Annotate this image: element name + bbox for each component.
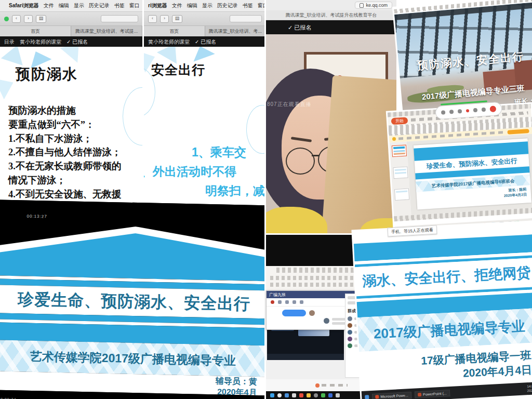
- live-watermark: 807正在观看直播: [267, 101, 312, 108]
- preview-taskbar: [267, 354, 344, 360]
- taskbar-icon[interactable]: [307, 393, 311, 397]
- decor-triangle: [60, 47, 88, 63]
- thumb-bar: [394, 153, 405, 155]
- lock-icon: [360, 3, 364, 8]
- decor-circle: [123, 87, 142, 145]
- avatar[interactable]: [324, 318, 329, 324]
- menu-item[interactable]: 编辑: [59, 2, 69, 9]
- menu-item[interactable]: 文件: [172, 2, 182, 9]
- footer-icon: [315, 383, 320, 388]
- taskbar-app[interactable]: PowerPoint (...: [415, 390, 450, 398]
- address-bar[interactable]: [230, 15, 262, 22]
- menu-item[interactable]: 书签: [114, 2, 125, 9]
- warning-action-button[interactable]: [507, 129, 529, 135]
- slide-thumbnail[interactable]: [393, 166, 408, 179]
- tab-home[interactable]: 首页: [0, 26, 71, 36]
- warning-icon: [392, 137, 396, 141]
- camera-icon[interactable]: [473, 108, 478, 113]
- panel-slide-cherish-life: 00:13:27 珍爱生命、预防溺水、安全出行 艺术传媒学院2017级广播电视编…: [0, 200, 274, 399]
- glasses-bridge: [312, 155, 319, 156]
- tab-bar-a: 首页 腾讯课堂_职业培训、考试提...: [0, 26, 142, 36]
- glasses-left-lens: [286, 148, 315, 175]
- menu-item[interactable]: 显示: [74, 2, 84, 9]
- start-icon[interactable]: [270, 393, 274, 397]
- course-title: 黄小玲老师的课堂: [148, 38, 190, 46]
- thumb-bar: [396, 191, 407, 193]
- avatar[interactable]: [309, 310, 315, 316]
- menu-item[interactable]: 历史记录: [89, 2, 110, 9]
- avatar: [348, 316, 352, 321]
- back-button[interactable]: ‹: [12, 15, 21, 23]
- enrolled-badge: ✓ 已报名: [288, 24, 311, 32]
- sidebar-icon[interactable]: ▤: [36, 15, 46, 23]
- video-timestamp: 00:13:27: [26, 214, 47, 219]
- enrolled-badge: ✓ 已报名: [195, 38, 216, 46]
- clock-date: 2020/4/4: [527, 388, 532, 392]
- slide-body: 1、乘车交 、外出活动时不得 明祭扫，减少: [144, 143, 266, 200]
- taskbar-icon[interactable]: [328, 393, 332, 397]
- menu-item[interactable]: 窗口: [129, 2, 140, 9]
- back-button[interactable]: ‹: [148, 15, 157, 23]
- taskbar-icon[interactable]: [277, 393, 282, 397]
- taskbar-icon[interactable]: [314, 393, 318, 397]
- slide-class-line: 2017级广播电视编导专业三班: [402, 82, 532, 104]
- tab-course[interactable]: 腾讯课堂_职业培训、考...: [205, 26, 267, 36]
- taskbar-icon[interactable]: [292, 393, 296, 397]
- menu-item[interactable]: 编辑: [187, 2, 197, 9]
- voice-call-icon[interactable]: [271, 300, 274, 304]
- menu-app-name[interactable]: ri浏览器: [148, 2, 167, 9]
- tab-bar-b: 首页 腾讯课堂_职业培训、考...: [144, 26, 266, 36]
- url-field[interactable]: ke.qq.com: [355, 2, 392, 9]
- ribbon-tab-start[interactable]: 开始: [391, 117, 408, 125]
- cursor-tool-icon[interactable]: [441, 110, 446, 115]
- taskbar-icon[interactable]: [299, 393, 303, 397]
- slide-thumbnail[interactable]: [392, 145, 407, 157]
- menu-item[interactable]: 显示: [202, 2, 212, 9]
- screen-icon[interactable]: [482, 108, 486, 112]
- taskbar-icon[interactable]: [285, 393, 289, 397]
- share-screen-icon[interactable]: [285, 300, 289, 304]
- pen-tool-icon[interactable]: [449, 110, 454, 114]
- webcam-photo: 807正在观看直播: [266, 34, 396, 238]
- decor-triangle: [189, 47, 215, 62]
- taskbar-icon[interactable]: [336, 393, 340, 397]
- traffic-light-icon[interactable]: [4, 17, 9, 21]
- avatar: [348, 343, 352, 348]
- taskbar-app[interactable]: Microsoft Powe...: [372, 391, 411, 399]
- taskbar-clock[interactable]: 14:06:13 2020/4/4: [527, 384, 532, 393]
- slide-thumbnail[interactable]: [394, 188, 409, 201]
- mic-icon[interactable]: [466, 109, 469, 112]
- site-title-bar: 腾讯课堂_职业培训、考试提升在线教育平台: [266, 10, 396, 20]
- nav-catalog[interactable]: 目录: [4, 38, 15, 46]
- panel-slide-no-loans: 溺水、安全出行、拒绝网贷 2017级广播电视编导专业 17级广播电视编导一班 2…: [353, 222, 532, 399]
- sidebar-icon[interactable]: ▤: [172, 15, 182, 23]
- menu-app-name[interactable]: Safari浏览器: [9, 2, 39, 9]
- menu-item[interactable]: 窗口: [258, 2, 266, 9]
- taskbar-icon[interactable]: [321, 393, 325, 397]
- file-icon[interactable]: [292, 300, 296, 304]
- more-icon[interactable]: [300, 300, 303, 304]
- forward-button[interactable]: ›: [160, 15, 169, 23]
- taskbar-icon[interactable]: [365, 395, 369, 399]
- address-bar[interactable]: [101, 15, 138, 22]
- tab-home[interactable]: 首页: [144, 26, 205, 36]
- settings-tool-icon[interactable]: [458, 109, 462, 114]
- chat-bubble: [282, 310, 306, 316]
- slide-title: 预防溺水: [16, 64, 78, 84]
- forward-button[interactable]: ›: [24, 15, 33, 23]
- menu-item[interactable]: 文件: [44, 2, 54, 9]
- thumb-bar: [393, 147, 405, 149]
- tab-course[interactable]: 腾讯课堂_职业培训、考试提...: [71, 26, 142, 36]
- collage-stage: Safari浏览器 文件 编辑 显示 历史记录 书签 窗口 帮助 ‹ › ▤ 首…: [0, 0, 532, 399]
- menu-item[interactable]: 书签: [243, 2, 253, 9]
- avatar: [348, 330, 352, 335]
- browser-toolbar-a: ‹ › ▤: [0, 12, 142, 26]
- video-call-icon[interactable]: [278, 300, 282, 304]
- thumb-bar: [393, 150, 405, 152]
- panel-webcam: ke.qq.com 腾讯课堂_职业培训、考试提升在线教育平台 ✓ 已报名: [266, 0, 396, 238]
- slide-title: 安全出行: [151, 61, 205, 78]
- chevron-banner: [0, 223, 274, 281]
- menu-item[interactable]: 历史记录: [217, 2, 238, 9]
- course-bar-c: ✓ 已报名: [266, 20, 396, 35]
- record-stop-button[interactable]: [489, 105, 496, 112]
